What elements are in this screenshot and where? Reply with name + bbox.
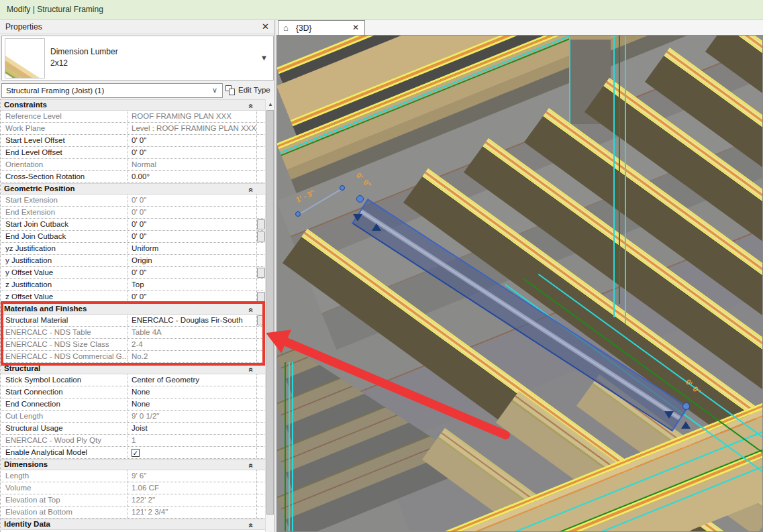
ribbon-context-bar: Modify | Structural Framing [0,0,763,20]
section-header: Geometric Position« [1,183,266,195]
property-value[interactable]: None [128,386,257,398]
property-value: 1 [128,435,257,446]
collapse-chevron-icon[interactable]: « [247,188,256,193]
checkbox[interactable]: ✓ [132,449,140,457]
close-icon[interactable]: ✕ [262,21,269,32]
property-value: 9' 6" [128,470,257,482]
property-row: End ConnectionNone [1,398,266,411]
property-value: 1.06 CF [128,482,257,494]
property-value[interactable]: Center of Geometry [128,374,257,386]
property-row: OrientationNormal [1,159,266,171]
property-value: 0' 0" [128,195,257,206]
view-tab-3d[interactable]: ⌂ {3D} ✕ [278,20,365,35]
property-value[interactable]: 0' 0" [128,135,257,146]
property-value[interactable]: None [128,398,257,410]
collapse-chevron-icon[interactable]: « [247,368,256,372]
annotation-highlight-box [1,301,265,366]
property-value[interactable]: Origin [128,255,257,266]
chevron-down-icon: ∨ [212,86,217,95]
collapse-chevron-icon[interactable]: « [247,523,256,528]
property-value[interactable]: Joist [128,423,257,434]
analytical-line [613,36,615,317]
property-row: Volume1.06 CF [1,482,266,494]
view-tab-label: {3D} [296,23,311,33]
view-tab-bar: ⌂ {3D} ✕ [276,20,763,35]
scroll-up-icon[interactable]: ▲ [266,99,275,109]
property-label: Structural Usage [1,423,128,434]
property-label: Work Plane [1,123,128,134]
property-value: Level : ROOF FRAMING PLAN XXX [128,123,257,134]
property-value[interactable]: 0.00° [128,171,257,182]
scrollbar-thumb[interactable] [266,110,274,515]
property-label: Elevation at Bottom [1,507,128,518]
section-title: Identity Data [4,520,50,528]
property-label: End Extension [1,207,128,218]
properties-panel-header: Properties ✕ [0,20,274,34]
type-thumbnail [5,38,45,78]
property-row: Start Level Offset0' 0" [1,135,266,147]
property-row: Elevation at Top122' 2" [1,494,266,507]
property-label: Orientation [1,159,128,170]
flip-arrow-icon[interactable] [372,223,381,231]
property-row: Enable Analytical Model✓ [1,447,266,459]
property-value[interactable]: ✓ [128,447,257,458]
selection-row: Structural Framing (Joist) (1) ∨ Edit Ty… [0,82,274,99]
joist-end-handle[interactable] [682,403,690,410]
property-value[interactable]: 0' 0" [128,147,257,158]
flip-arrow-icon[interactable] [353,214,362,221]
analytical-line [285,362,286,532]
property-value[interactable]: 0' 0" [128,219,257,230]
dimension-handle[interactable] [295,211,301,217]
flip-arrow-icon[interactable] [681,421,691,429]
property-value: 122' 2" [128,494,257,506]
property-row: Stick Symbol LocationCenter of Geometry [1,374,266,386]
ribbon-context-title: Modify | Structural Framing [7,5,103,14]
property-label: Volume [1,482,128,494]
properties-scrollbar[interactable]: ▲ [265,99,274,532]
property-value[interactable]: Top [128,279,257,290]
property-row: Reference LevelROOF FRAMING PLAN XXX [1,111,266,123]
selection-filter-label: Structural Framing (Joist) (1) [6,87,104,95]
close-icon[interactable]: ✕ [352,23,359,32]
property-label: ENERCALC - Wood Ply Qty [1,435,128,446]
property-row: y JustificationOrigin [1,255,266,267]
property-row: Cross-Section Rotation0.00° [1,171,266,183]
collapse-chevron-icon[interactable]: « [247,104,256,109]
type-selector[interactable]: Dimension Lumber 2x12 ▼ [1,36,274,81]
property-row: Start Extension0' 0" [1,195,266,207]
property-row: y Offset Value0' 0" [1,267,266,279]
property-row: Work PlaneLevel : ROOF FRAMING PLAN XXX [1,123,266,135]
section-title: Geometric Position [4,184,74,193]
analytical-line [292,362,293,532]
joist-start-handle[interactable] [356,195,364,203]
property-value: 0' 0" [128,207,257,218]
collapse-chevron-icon[interactable]: « [247,464,256,468]
property-label: Elevation at Top [1,494,128,506]
properties-title: Properties [5,22,42,32]
section-header: Constraints« [1,99,266,111]
edit-type-icon [225,85,236,95]
3d-viewport[interactable]: 1' - 3" 0' 0" 0' 0" [276,35,763,532]
dimension-handle[interactable] [340,185,345,191]
property-value: ROOF FRAMING PLAN XXX [128,111,257,122]
flip-arrow-icon[interactable] [664,411,674,419]
chevron-down-icon[interactable]: ▼ [260,54,268,62]
property-value[interactable]: 0' 0" [128,231,257,242]
selection-filter-dropdown[interactable]: Structural Framing (Joist) (1) ∨ [1,83,223,98]
analytical-line [619,36,620,304]
section-title: Dimensions [4,460,48,468]
property-label: Cut Length [1,411,128,422]
property-label: End Level Offset [1,147,128,158]
property-value[interactable]: Uniform [128,243,257,254]
property-row: yz JustificationUniform [1,243,266,255]
home-3d-icon: ⌂ [283,23,289,33]
3d-scene [277,36,762,531]
property-row: End Extension0' 0" [1,207,266,219]
edit-type-button[interactable]: Edit Type [225,83,274,98]
section-title: Constraints [4,101,47,109]
property-label: y Offset Value [1,267,128,278]
analytical-line [289,362,290,532]
property-value[interactable]: 0' 0" [128,267,257,278]
revit-window: Modify | Structural Framing Properties ✕… [0,0,763,532]
property-label: y Justification [1,255,128,266]
